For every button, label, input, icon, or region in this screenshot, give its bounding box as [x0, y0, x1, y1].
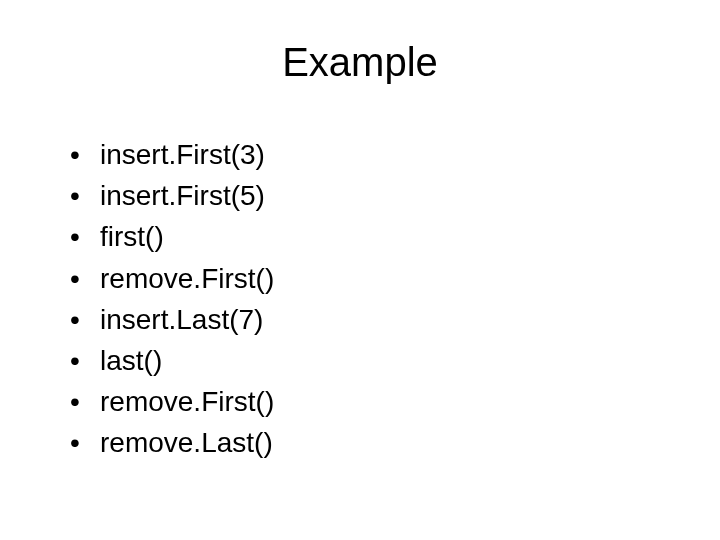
list-item: • remove.First() — [70, 259, 680, 298]
list-item: • remove.Last() — [70, 423, 680, 462]
bullet-text: last() — [100, 341, 680, 380]
bullet-icon: • — [70, 341, 100, 380]
list-item: • first() — [70, 217, 680, 256]
bullet-icon: • — [70, 135, 100, 174]
list-item: • insert.First(3) — [70, 135, 680, 174]
slide-container: Example • insert.First(3) • insert.First… — [0, 0, 720, 540]
list-item: • insert.Last(7) — [70, 300, 680, 339]
bullet-text: insert.Last(7) — [100, 300, 680, 339]
bullet-icon: • — [70, 259, 100, 298]
bullet-text: first() — [100, 217, 680, 256]
list-item: • insert.First(5) — [70, 176, 680, 215]
list-item: • remove.First() — [70, 382, 680, 421]
bullet-text: remove.First() — [100, 259, 680, 298]
bullet-text: insert.First(3) — [100, 135, 680, 174]
bullet-text: remove.First() — [100, 382, 680, 421]
bullet-icon: • — [70, 423, 100, 462]
bullet-list: • insert.First(3) • insert.First(5) • fi… — [40, 135, 680, 463]
bullet-text: remove.Last() — [100, 423, 680, 462]
bullet-icon: • — [70, 300, 100, 339]
bullet-icon: • — [70, 176, 100, 215]
bullet-text: insert.First(5) — [100, 176, 680, 215]
slide-title: Example — [40, 40, 680, 85]
bullet-icon: • — [70, 217, 100, 256]
list-item: • last() — [70, 341, 680, 380]
bullet-icon: • — [70, 382, 100, 421]
